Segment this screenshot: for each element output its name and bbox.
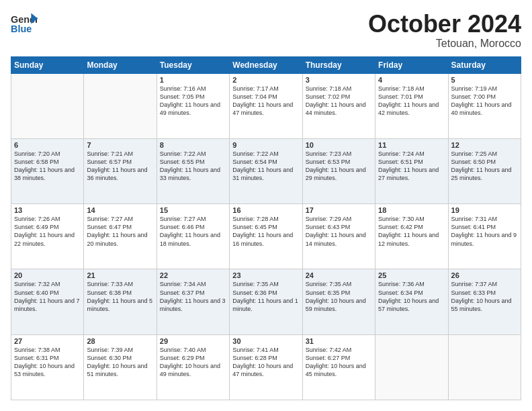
day-number: 25 — [378, 271, 445, 279]
day-info: Sunrise: 7:16 AMSunset: 7:05 PMDaylight:… — [160, 85, 226, 118]
day-number: 8 — [160, 141, 226, 149]
calendar-cell: 14Sunrise: 7:27 AMSunset: 6:47 PMDayligh… — [84, 204, 157, 269]
calendar-cell: 28Sunrise: 7:39 AMSunset: 6:30 PMDayligh… — [84, 334, 157, 400]
day-number: 12 — [451, 141, 518, 149]
day-number: 16 — [232, 206, 299, 214]
day-info: Sunrise: 7:31 AMSunset: 6:41 PMDaylight:… — [451, 215, 518, 248]
weekday-header-thursday: Thursday — [302, 56, 375, 73]
calendar-cell: 10Sunrise: 7:23 AMSunset: 6:53 PMDayligh… — [302, 138, 375, 203]
day-info: Sunrise: 7:39 AMSunset: 6:30 PMDaylight:… — [87, 346, 153, 379]
logo: General Blue — [11, 11, 38, 38]
weekday-header-tuesday: Tuesday — [157, 56, 229, 73]
day-info: Sunrise: 7:37 AMSunset: 6:33 PMDaylight:… — [451, 280, 518, 313]
calendar-cell — [448, 334, 521, 400]
calendar-cell: 22Sunrise: 7:34 AMSunset: 6:37 PMDayligh… — [157, 269, 229, 334]
day-info: Sunrise: 7:36 AMSunset: 6:34 PMDaylight:… — [378, 280, 445, 313]
day-number: 30 — [232, 337, 299, 345]
day-info: Sunrise: 7:26 AMSunset: 6:49 PMDaylight:… — [14, 215, 81, 248]
calendar-cell: 8Sunrise: 7:22 AMSunset: 6:55 PMDaylight… — [157, 138, 229, 203]
day-info: Sunrise: 7:41 AMSunset: 6:28 PMDaylight:… — [232, 346, 299, 379]
calendar-cell: 20Sunrise: 7:32 AMSunset: 6:40 PMDayligh… — [11, 269, 84, 334]
day-number: 26 — [451, 271, 518, 279]
logo-icon: General Blue — [11, 11, 38, 38]
day-number: 20 — [14, 271, 81, 279]
day-number: 27 — [14, 337, 81, 345]
calendar-week-row-5: 27Sunrise: 7:38 AMSunset: 6:31 PMDayligh… — [11, 334, 521, 400]
calendar-cell: 26Sunrise: 7:37 AMSunset: 6:33 PMDayligh… — [448, 269, 521, 334]
day-info: Sunrise: 7:23 AMSunset: 6:53 PMDaylight:… — [306, 150, 372, 183]
calendar-cell: 3Sunrise: 7:18 AMSunset: 7:02 PMDaylight… — [302, 73, 375, 138]
day-number: 17 — [306, 206, 372, 214]
day-number: 29 — [160, 337, 226, 345]
calendar-table: SundayMondayTuesdayWednesdayThursdayFrid… — [11, 56, 521, 400]
day-info: Sunrise: 7:27 AMSunset: 6:46 PMDaylight:… — [160, 215, 226, 248]
title-block: October 2024 Tetouan, Morocco — [368, 11, 521, 50]
calendar-cell: 29Sunrise: 7:40 AMSunset: 6:29 PMDayligh… — [157, 334, 229, 400]
calendar-cell: 19Sunrise: 7:31 AMSunset: 6:41 PMDayligh… — [448, 204, 521, 269]
calendar-cell: 31Sunrise: 7:42 AMSunset: 6:27 PMDayligh… — [302, 334, 375, 400]
location-subtitle: Tetouan, Morocco — [368, 38, 521, 50]
weekday-header-friday: Friday — [375, 56, 448, 73]
calendar-cell — [11, 73, 84, 138]
svg-text:Blue: Blue — [11, 24, 32, 34]
weekday-header-monday: Monday — [84, 56, 157, 73]
day-info: Sunrise: 7:18 AMSunset: 7:01 PMDaylight:… — [378, 85, 445, 118]
calendar-cell: 25Sunrise: 7:36 AMSunset: 6:34 PMDayligh… — [375, 269, 448, 334]
day-number: 23 — [232, 271, 299, 279]
day-number: 22 — [160, 271, 226, 279]
day-info: Sunrise: 7:22 AMSunset: 6:54 PMDaylight:… — [232, 150, 299, 183]
day-info: Sunrise: 7:32 AMSunset: 6:40 PMDaylight:… — [14, 280, 81, 313]
day-number: 18 — [378, 206, 445, 214]
weekday-header-row: SundayMondayTuesdayWednesdayThursdayFrid… — [11, 56, 521, 73]
calendar-cell: 1Sunrise: 7:16 AMSunset: 7:05 PMDaylight… — [157, 73, 229, 138]
day-number: 9 — [232, 141, 299, 149]
calendar-cell: 30Sunrise: 7:41 AMSunset: 6:28 PMDayligh… — [230, 334, 302, 400]
calendar-week-row-3: 13Sunrise: 7:26 AMSunset: 6:49 PMDayligh… — [11, 204, 521, 269]
day-info: Sunrise: 7:35 AMSunset: 6:35 PMDaylight:… — [306, 280, 372, 313]
calendar-cell: 12Sunrise: 7:25 AMSunset: 6:50 PMDayligh… — [448, 138, 521, 203]
weekday-header-saturday: Saturday — [448, 56, 521, 73]
day-number: 7 — [87, 141, 153, 149]
calendar-cell: 27Sunrise: 7:38 AMSunset: 6:31 PMDayligh… — [11, 334, 84, 400]
day-info: Sunrise: 7:38 AMSunset: 6:31 PMDaylight:… — [14, 346, 81, 379]
calendar-cell: 9Sunrise: 7:22 AMSunset: 6:54 PMDaylight… — [230, 138, 302, 203]
calendar-cell: 18Sunrise: 7:30 AMSunset: 6:42 PMDayligh… — [375, 204, 448, 269]
calendar-cell: 2Sunrise: 7:17 AMSunset: 7:04 PMDaylight… — [230, 73, 302, 138]
calendar-cell: 17Sunrise: 7:29 AMSunset: 6:43 PMDayligh… — [302, 204, 375, 269]
calendar-cell: 4Sunrise: 7:18 AMSunset: 7:01 PMDaylight… — [375, 73, 448, 138]
header: General Blue October 2024 Tetouan, Moroc… — [11, 11, 521, 50]
day-number: 15 — [160, 206, 226, 214]
day-number: 21 — [87, 271, 153, 279]
day-number: 28 — [87, 337, 153, 345]
day-info: Sunrise: 7:34 AMSunset: 6:37 PMDaylight:… — [160, 280, 226, 313]
day-number: 24 — [306, 271, 372, 279]
calendar-cell — [84, 73, 157, 138]
day-number: 4 — [378, 76, 445, 84]
day-number: 1 — [160, 76, 226, 84]
calendar-cell: 5Sunrise: 7:19 AMSunset: 7:00 PMDaylight… — [448, 73, 521, 138]
page: General Blue October 2024 Tetouan, Moroc… — [0, 0, 532, 411]
calendar-cell: 11Sunrise: 7:24 AMSunset: 6:51 PMDayligh… — [375, 138, 448, 203]
day-number: 31 — [306, 337, 372, 345]
day-info: Sunrise: 7:25 AMSunset: 6:50 PMDaylight:… — [451, 150, 518, 183]
day-info: Sunrise: 7:17 AMSunset: 7:04 PMDaylight:… — [232, 85, 299, 118]
calendar-cell: 15Sunrise: 7:27 AMSunset: 6:46 PMDayligh… — [157, 204, 229, 269]
day-number: 14 — [87, 206, 153, 214]
calendar-week-row-4: 20Sunrise: 7:32 AMSunset: 6:40 PMDayligh… — [11, 269, 521, 334]
day-number: 5 — [451, 76, 518, 84]
day-number: 19 — [451, 206, 518, 214]
calendar-cell: 7Sunrise: 7:21 AMSunset: 6:57 PMDaylight… — [84, 138, 157, 203]
day-info: Sunrise: 7:35 AMSunset: 6:36 PMDaylight:… — [232, 280, 299, 313]
day-info: Sunrise: 7:27 AMSunset: 6:47 PMDaylight:… — [87, 215, 153, 248]
day-info: Sunrise: 7:18 AMSunset: 7:02 PMDaylight:… — [306, 85, 372, 118]
day-number: 13 — [14, 206, 81, 214]
day-info: Sunrise: 7:28 AMSunset: 6:45 PMDaylight:… — [232, 215, 299, 248]
month-title: October 2024 — [368, 11, 521, 38]
day-info: Sunrise: 7:33 AMSunset: 6:38 PMDaylight:… — [87, 280, 153, 313]
day-info: Sunrise: 7:19 AMSunset: 7:00 PMDaylight:… — [451, 85, 518, 118]
calendar-cell: 16Sunrise: 7:28 AMSunset: 6:45 PMDayligh… — [230, 204, 302, 269]
weekday-header-wednesday: Wednesday — [230, 56, 302, 73]
calendar-cell: 23Sunrise: 7:35 AMSunset: 6:36 PMDayligh… — [230, 269, 302, 334]
day-number: 2 — [232, 76, 299, 84]
day-number: 6 — [14, 141, 81, 149]
